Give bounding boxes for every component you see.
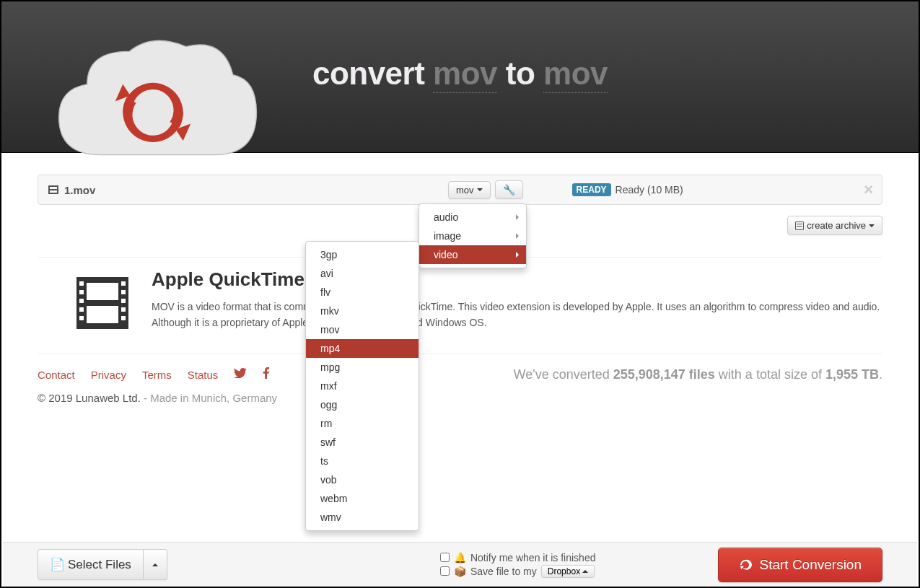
svg-rect-15 [121, 316, 126, 320]
file-name: 1.mov [64, 184, 95, 196]
dropbox-icon: 📦 [454, 566, 466, 577]
save-to-checkbox[interactable] [440, 566, 450, 576]
footer-links: Contact Privacy Terms Status [38, 367, 277, 382]
title-prefix: convert [312, 56, 424, 91]
svg-rect-1 [50, 187, 57, 189]
svg-rect-4 [87, 283, 118, 300]
stats-text: We've converted 255,908,147 files with a… [514, 367, 882, 404]
svg-rect-12 [121, 290, 126, 294]
select-files-label: Select Files [68, 558, 131, 572]
format-description: MOV is a video format that is commonly a… [152, 299, 882, 330]
format-item-mp4[interactable]: mp4 [306, 339, 419, 358]
add-file-icon: 📄 [50, 557, 65, 572]
storage-label: Dropbox [548, 566, 580, 576]
svg-rect-11 [121, 281, 126, 286]
facebook-icon[interactable] [263, 367, 269, 382]
settings-button[interactable]: 🔧 [495, 180, 523, 199]
logo [45, 23, 261, 176]
film-small-icon [48, 185, 58, 195]
format-dropdown: 3gpaviflvmkvmovmp4mpgmxfoggrmswftsvobweb… [305, 241, 419, 531]
format-info: Apple QuickTime Movie MOV is a video for… [38, 257, 882, 354]
caret-up-icon [582, 570, 588, 573]
archive-icon [795, 221, 804, 230]
format-item-ts[interactable]: ts [306, 452, 419, 470]
svg-rect-9 [79, 307, 84, 312]
format-item-mpg[interactable]: mpg [306, 358, 419, 377]
footer-link-terms[interactable]: Terms [142, 369, 172, 381]
format-item-mov[interactable]: mov [306, 320, 419, 339]
film-icon [74, 274, 131, 332]
svg-rect-13 [121, 299, 126, 303]
format-item-swf[interactable]: swf [306, 433, 419, 452]
notify-option[interactable]: 🔔 Notify me when it is finished [440, 552, 596, 563]
start-label: Start Conversion [759, 557, 862, 573]
start-conversion-button[interactable]: Start Conversion [718, 548, 882, 582]
svg-rect-2 [50, 190, 57, 193]
svg-rect-8 [79, 299, 84, 303]
bottom-toolbar: 📄 Select Files 🔔 Notify me when it is fi… [3, 542, 917, 587]
format-item-mkv[interactable]: mkv [306, 302, 419, 320]
status-badge: READY [572, 183, 611, 196]
svg-rect-10 [79, 316, 84, 320]
footer-link-privacy[interactable]: Privacy [91, 369, 126, 381]
notify-checkbox[interactable] [440, 553, 450, 562]
save-to-option[interactable]: 📦 Save file to my Dropbox [440, 565, 596, 578]
category-item-audio[interactable]: audio [419, 208, 526, 227]
svg-rect-6 [79, 281, 84, 286]
svg-rect-5 [87, 306, 118, 323]
format-item-webm[interactable]: webm [306, 489, 419, 508]
title-format-to[interactable]: mov [543, 56, 608, 93]
caret-up-icon [152, 563, 158, 566]
title-to-word: to [506, 56, 535, 91]
format-item-mxf[interactable]: mxf [306, 377, 419, 395]
notify-label: Notify me when it is finished [470, 552, 596, 563]
svg-rect-7 [79, 290, 84, 294]
twitter-icon[interactable] [234, 368, 247, 381]
header-banner: convert mov to mov [1, 1, 919, 153]
remove-file-button[interactable]: × [864, 182, 873, 198]
svg-rect-14 [121, 307, 126, 312]
title-format-from[interactable]: mov [433, 56, 497, 93]
format-item-flv[interactable]: flv [306, 283, 419, 302]
category-item-video[interactable]: video [419, 245, 526, 264]
wrench-icon: 🔧 [503, 184, 515, 196]
format-select-button[interactable]: mov [448, 181, 491, 199]
bell-icon: 🔔 [454, 552, 466, 563]
format-item-vob[interactable]: vob [306, 470, 419, 489]
storage-select-button[interactable]: Dropbox [541, 565, 595, 578]
format-item-rm[interactable]: rm [306, 414, 419, 433]
copyright: © 2019 Lunaweb Ltd. - Made in Munich, Ge… [38, 392, 277, 404]
save-to-label: Save file to my [470, 566, 537, 577]
format-item-3gp[interactable]: 3gp [306, 245, 419, 264]
caret-down-icon [869, 224, 875, 227]
create-archive-label: create archive [807, 220, 866, 231]
svg-rect-0 [48, 185, 58, 194]
format-item-ogg[interactable]: ogg [306, 395, 419, 414]
format-heading: Apple QuickTime Movie [152, 268, 882, 291]
caret-down-icon [477, 188, 483, 191]
category-item-image[interactable]: image [419, 227, 526, 245]
status-text: Ready (10 MB) [615, 184, 683, 196]
footer-link-contact[interactable]: Contact [38, 369, 75, 381]
format-item-wmv[interactable]: wmv [306, 508, 419, 527]
select-files-button[interactable]: 📄 Select Files [38, 549, 144, 580]
file-row: 1.mov mov 🔧 READY Ready (10 MB) × [38, 175, 882, 205]
footer-link-status[interactable]: Status [188, 369, 219, 381]
category-dropdown: audioimagevideo [419, 203, 527, 268]
select-files-more-button[interactable] [144, 549, 167, 580]
format-selected-label: mov [456, 185, 474, 196]
format-item-avi[interactable]: avi [306, 264, 419, 283]
create-archive-button[interactable]: create archive [787, 216, 882, 235]
refresh-icon [739, 558, 752, 571]
